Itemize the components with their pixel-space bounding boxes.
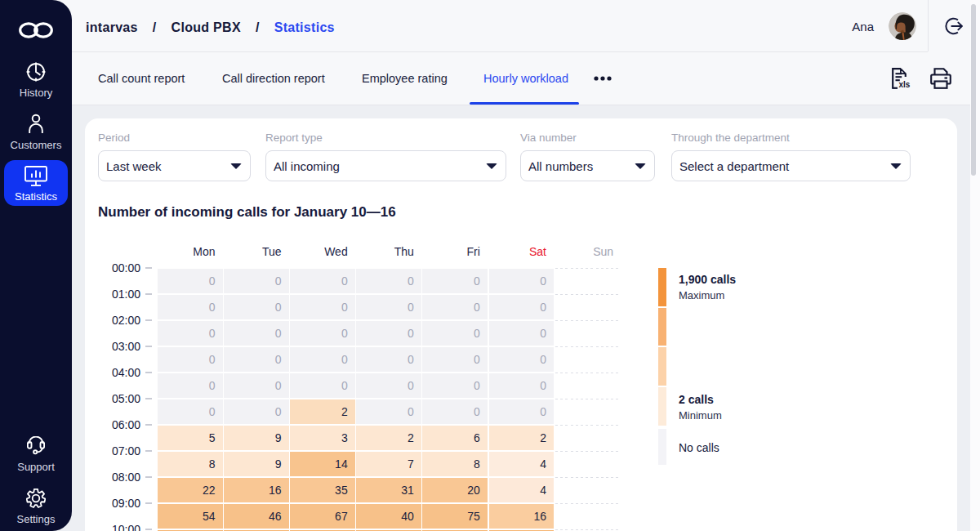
svg-text:xls: xls bbox=[899, 80, 911, 89]
